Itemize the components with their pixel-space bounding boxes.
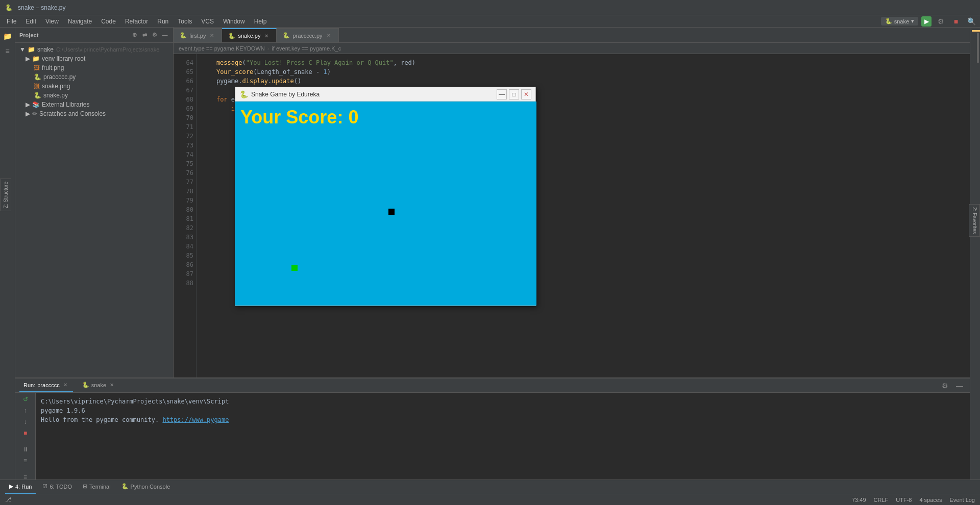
pygame-link[interactable]: https://www.pygame xyxy=(162,416,229,423)
minimize-icon[interactable]: — xyxy=(161,31,169,39)
menu-code[interactable]: Code xyxy=(97,17,120,26)
run-config[interactable]: 🐍 snake ▾ xyxy=(881,17,918,26)
snake-score: Your Score: 0 xyxy=(240,107,358,128)
close-bottom-icon[interactable]: — xyxy=(953,380,966,392)
run-tab-close[interactable]: ✕ xyxy=(62,382,69,388)
snake-minimize-button[interactable]: — xyxy=(497,89,507,99)
footer-tab-terminal[interactable]: ⊞ Terminal xyxy=(79,480,115,494)
tab-snake-py-close[interactable]: ✕ xyxy=(263,33,270,39)
status-right: 73:49 CRLF UTF-8 4 spaces Event Log xyxy=(852,497,975,503)
snake-maximize-button[interactable]: □ xyxy=(509,89,519,99)
settings-bottom-icon[interactable]: ⚙ xyxy=(939,380,951,392)
right-sidebar xyxy=(970,28,980,490)
menu-navigate[interactable]: Navigate xyxy=(64,17,96,26)
snake-py[interactable]: 🐍 snake.py xyxy=(15,91,173,100)
menu-edit[interactable]: Edit xyxy=(21,17,40,26)
snake-png[interactable]: 🖼 snake.png xyxy=(15,82,173,91)
menu-window[interactable]: Window xyxy=(219,17,249,26)
menu-view[interactable]: View xyxy=(41,17,63,26)
footer-tab-run[interactable]: ▶ 4: Run xyxy=(5,480,36,494)
terminal-line-3: Hello from the pygame community. https:/… xyxy=(41,415,965,424)
python-console-label: Python Console xyxy=(131,484,170,490)
structure-icon[interactable]: ≡ xyxy=(2,45,14,57)
indent-status[interactable]: 4 spaces xyxy=(919,497,942,503)
external-libraries[interactable]: ▶ 📚 External Libraries xyxy=(15,100,173,109)
praccccc-py[interactable]: 🐍 praccccc.py xyxy=(15,72,173,82)
cursor-position[interactable]: 73:49 xyxy=(852,497,866,503)
favorites-label: 2: Favorites xyxy=(970,205,979,236)
footer-tabs-bar: ▶ 4: Run ☑ 6: TODO ⊞ Terminal 🐍 Python C… xyxy=(0,479,980,494)
project-root[interactable]: ▼ 📁 snake C:\Users\viprince\PycharmProje… xyxy=(15,45,173,54)
tab-first-py[interactable]: 🐍 first.py ✕ xyxy=(174,28,222,42)
menu-run[interactable]: Run xyxy=(153,17,173,26)
venv-folder[interactable]: ▶ 📁 venv library root xyxy=(15,54,173,63)
scroll-up-button[interactable]: ↑ xyxy=(20,407,31,415)
settings-button[interactable]: ⚙ xyxy=(935,15,947,28)
project-icon[interactable]: 📁 xyxy=(2,30,14,42)
tab-snake-py-label: snake.py xyxy=(238,33,260,39)
snake-food xyxy=(388,209,395,215)
title-bar: 🐍 snake – snake.py xyxy=(0,0,980,15)
chevron-down-icon: ▾ xyxy=(911,18,914,24)
tab-praccccc-py[interactable]: 🐍 praccccc.py ✕ xyxy=(277,28,338,42)
line-sep-status[interactable]: CRLF xyxy=(874,497,889,503)
run-tab-snake-close[interactable]: ✕ xyxy=(108,382,115,388)
right-mark-top xyxy=(972,30,980,32)
run-tab-snake[interactable]: 🐍 snake ✕ xyxy=(78,378,119,392)
snake-window-icon: 🐍 xyxy=(239,90,248,98)
fruit-png-label: fruit.png xyxy=(42,64,64,71)
event-log-status[interactable]: Event Log xyxy=(949,497,975,503)
scratches-consoles-label: Scratches and Consoles xyxy=(39,110,106,117)
menu-vcs[interactable]: VCS xyxy=(197,17,218,26)
run-footer-label: 4: Run xyxy=(15,484,32,490)
expand-icon[interactable]: ⇌ xyxy=(140,31,149,39)
z-structure-label: Z: Structure xyxy=(2,179,10,211)
run-tab-praccccc[interactable]: Run: praccccc ✕ xyxy=(19,378,73,392)
tab-first-py-icon: 🐍 xyxy=(180,32,187,39)
tab-first-py-label: first.py xyxy=(189,33,206,39)
terminal-label: Terminal xyxy=(89,484,111,490)
tab-praccccc-py-close[interactable]: ✕ xyxy=(325,32,332,39)
stop-run-button[interactable]: ■ xyxy=(20,429,31,438)
favorites-tab[interactable]: 2: Favorites xyxy=(969,204,980,237)
snake-game-window[interactable]: 🐍 Snake Game by Edureka — □ ✕ Your Score… xyxy=(235,87,536,306)
menu-tools[interactable]: Tools xyxy=(174,17,196,26)
run-tab-snake-label: snake xyxy=(91,382,106,388)
run-tab-snake-icon: 🐍 xyxy=(82,382,89,388)
encoding-status[interactable]: UTF-8 xyxy=(896,497,912,503)
scroll-down-button[interactable]: ↓ xyxy=(20,418,31,426)
footer-tab-python-console[interactable]: 🐍 Python Console xyxy=(117,480,175,494)
menu-file[interactable]: File xyxy=(3,17,20,26)
pause-button[interactable]: ⏸ xyxy=(20,445,31,454)
run-button[interactable]: ▶ xyxy=(921,16,932,27)
config-icon: 🐍 xyxy=(885,18,892,24)
git-status: ⎇ xyxy=(5,496,12,503)
tab-bar: 🐍 first.py ✕ 🐍 snake.py ✕ 🐍 praccccc.py … xyxy=(174,28,970,43)
tab-snake-py-icon: 🐍 xyxy=(228,33,235,39)
snake-window-controls: — □ ✕ xyxy=(497,89,531,99)
scrollbar-indicator[interactable] xyxy=(977,33,979,63)
sync-icon[interactable]: ⊕ xyxy=(130,31,138,39)
title-text: snake – snake.py xyxy=(18,4,65,11)
fruit-png[interactable]: 🖼 fruit.png xyxy=(15,63,173,72)
tab-praccccc-py-label: praccccc.py xyxy=(292,33,322,39)
z-structure-tab[interactable]: Z: Structure xyxy=(0,179,11,211)
breadcrumb-item-2[interactable]: if event.key == pygame.K_c xyxy=(272,45,341,52)
menu-help[interactable]: Help xyxy=(250,17,271,26)
menu-refactor[interactable]: Refactor xyxy=(121,17,152,26)
run-tab-prefix: Run: xyxy=(23,382,35,388)
project-header: Project ⊕ ⇌ ⚙ — xyxy=(15,28,173,43)
snake-py-label: snake.py xyxy=(43,92,68,99)
search-everywhere-button[interactable]: 🔍 xyxy=(965,15,977,28)
step-button[interactable]: ≡ xyxy=(20,456,31,465)
snake-close-button[interactable]: ✕ xyxy=(521,89,531,99)
stop-button[interactable]: ■ xyxy=(950,15,962,28)
breadcrumb-item-1[interactable]: event.type == pygame.KEYDOWN xyxy=(179,45,265,52)
settings-icon[interactable]: ⚙ xyxy=(151,31,159,39)
footer-tab-todo[interactable]: ☑ 6: TODO xyxy=(38,480,76,494)
tab-first-py-close[interactable]: ✕ xyxy=(208,32,215,39)
rerun-button[interactable]: ↺ xyxy=(20,395,31,404)
tab-snake-py[interactable]: 🐍 snake.py ✕ xyxy=(222,28,277,42)
scratches-consoles[interactable]: ▶ ✏ Scratches and Consoles xyxy=(15,109,173,118)
breadcrumb-sep: › xyxy=(267,45,270,52)
